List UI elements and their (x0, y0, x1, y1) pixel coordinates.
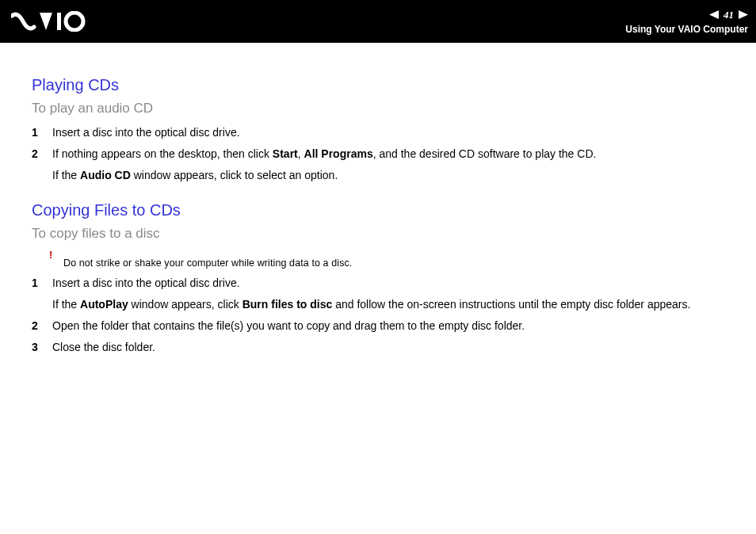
step-number: 1 (32, 124, 52, 141)
page-content: Playing CDs To play an audio CD 1 Insert… (0, 43, 756, 376)
svg-marker-3 (739, 10, 748, 19)
list-item: 3 Close the disc folder. (32, 339, 724, 356)
page-header: 41 Using Your VAIO Computer (0, 0, 756, 43)
list-item: 1 Insert a disc into the optical disc dr… (32, 124, 724, 141)
step-text: Close the disc folder. (52, 339, 724, 356)
heading-playing-cds: Playing CDs (32, 76, 724, 94)
step-number: 3 (32, 339, 52, 356)
warning-text: Do not strike or shake your computer whi… (63, 257, 352, 269)
header-nav: 41 Using Your VAIO Computer (625, 8, 748, 35)
vaio-logo-svg (11, 11, 98, 32)
svg-marker-2 (709, 10, 719, 19)
step-text: If nothing appears on the desktop, then … (52, 146, 724, 184)
next-page-icon[interactable] (739, 8, 748, 22)
step-text: Open the folder that contains the file(s… (52, 318, 724, 334)
subheading-copy-files: To copy files to a disc (32, 226, 724, 242)
step-number: 2 (32, 318, 52, 334)
warning-icon: ! (49, 250, 63, 260)
step-text: Insert a disc into the optical disc driv… (52, 275, 724, 313)
prev-page-icon[interactable] (709, 8, 719, 22)
step-text: Insert a disc into the optical disc driv… (52, 124, 724, 141)
copying-steps: 1 Insert a disc into the optical disc dr… (32, 275, 724, 356)
svg-rect-0 (57, 13, 61, 30)
section-title: Using Your VAIO Computer (625, 24, 748, 35)
step-number: 2 (32, 146, 52, 162)
heading-copying-cds: Copying Files to CDs (32, 201, 724, 219)
svg-point-1 (66, 13, 83, 30)
playing-steps: 1 Insert a disc into the optical disc dr… (32, 124, 724, 184)
step-number: 1 (32, 275, 52, 292)
page-number: 41 (724, 9, 734, 21)
list-item: 2 If nothing appears on the desktop, the… (32, 146, 724, 184)
subheading-play-audio: To play an audio CD (32, 101, 724, 116)
list-item: 1 Insert a disc into the optical disc dr… (32, 275, 724, 313)
list-item: 2 Open the folder that contains the file… (32, 318, 724, 334)
vaio-logo (11, 11, 98, 32)
warning-row: ! Do not strike or shake your computer w… (49, 250, 724, 269)
